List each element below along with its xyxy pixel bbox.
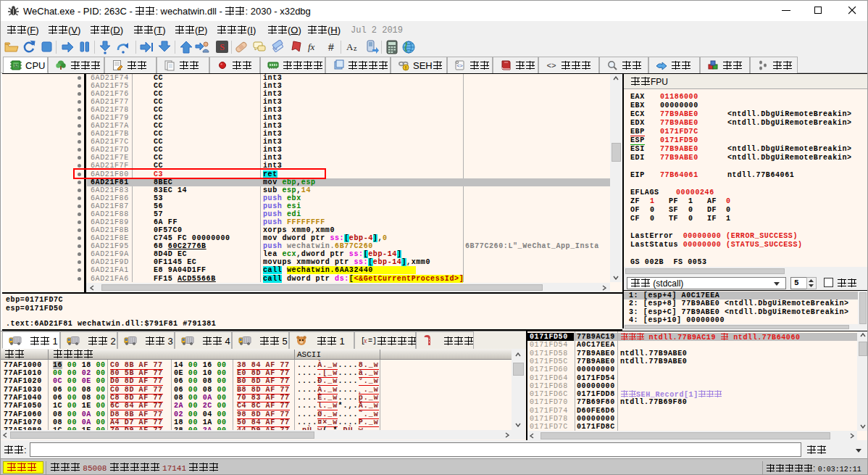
svg-text:z: z xyxy=(354,44,357,52)
svg-text:A: A xyxy=(346,41,354,52)
svg-text:#: # xyxy=(328,41,334,53)
svg-text:fx: fx xyxy=(308,41,315,52)
svg-text:<>: <> xyxy=(456,63,462,68)
svg-text:x: x xyxy=(363,336,367,344)
svg-text:S: S xyxy=(220,42,225,52)
svg-text:!: ! xyxy=(405,65,406,70)
svg-text:=]: =] xyxy=(368,337,377,345)
svg-text:<>: <> xyxy=(546,62,556,70)
svg-text:32: 32 xyxy=(13,63,19,68)
